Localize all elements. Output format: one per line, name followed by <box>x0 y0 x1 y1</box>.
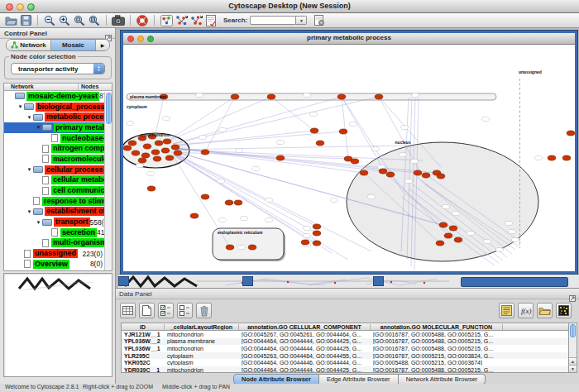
tree-row[interactable]: multi-organism pro42(0) <box>4 238 112 249</box>
scroll-down-arrow[interactable]: ▼ <box>569 365 577 372</box>
tree-row[interactable]: mosaic-demo-yeast874(0) <box>4 91 112 102</box>
table-scrollbar[interactable]: ▲ ▼ <box>568 323 577 373</box>
tree-header[interactable]: Network Nodes <box>4 84 112 91</box>
tree-row-label[interactable]: cellular metabo <box>51 175 109 184</box>
tree-row-label[interactable]: unassigned <box>33 249 78 258</box>
expand-arrow-icon[interactable]: ▼ <box>26 115 33 120</box>
search-input[interactable] <box>250 16 296 25</box>
table-scrollbar-thumb[interactable] <box>570 324 576 337</box>
tab-overflow-button[interactable]: ▶ <box>96 40 109 50</box>
tree-row[interactable]: cell communicat22(0) <box>4 185 112 196</box>
help-icon[interactable] <box>135 14 150 27</box>
background-window-fragment <box>373 276 384 286</box>
tree-column-nodes[interactable]: Nodes <box>79 84 112 90</box>
tree-row[interactable]: ▼metabolic process280(0) <box>4 112 112 122</box>
zoom-fit-icon[interactable] <box>87 14 102 27</box>
tree-row[interactable]: unassigned223(0) <box>4 248 112 259</box>
tree-row-label[interactable]: cellular process <box>45 165 105 174</box>
attribute-table[interactable]: ID_cellularLayoutRegionannotation.GO CEL… <box>121 323 569 373</box>
table-row[interactable]: YPL036W__2plasma membrane[GO:0044464, GO… <box>122 338 568 346</box>
tree-row-label[interactable]: establishment of lo <box>45 207 112 216</box>
tree-row[interactable]: nucleobase-209(0) <box>4 133 112 144</box>
network-window-titlebar[interactable]: primary metabolic process <box>123 33 575 45</box>
tree-row[interactable]: response to stimulu264(0) <box>4 196 112 207</box>
table-header-row[interactable]: ID_cellularLayoutRegionannotation.GO CEL… <box>122 323 568 331</box>
attribute-list-icon[interactable] <box>499 303 514 318</box>
zoom-in-icon[interactable] <box>57 14 72 27</box>
tab-network[interactable]: Network <box>7 40 51 50</box>
layout-b-icon[interactable] <box>189 14 203 27</box>
network-canvas[interactable]: plasma membranecytoplasmmitochondrionnuc… <box>123 45 575 271</box>
expand-arrow-icon[interactable]: ▼ <box>26 209 33 214</box>
tree-row-label[interactable]: cell communicat <box>51 186 112 195</box>
snapshot-icon[interactable] <box>111 14 126 27</box>
tree-row[interactable]: ▼cellular process614(0) <box>4 165 112 175</box>
tree-row-label[interactable]: mosaic-demo-yeast <box>26 92 99 101</box>
table-row[interactable]: YKR052Ccytoplasm[GO:0044464, GO:0044446,… <box>122 359 568 366</box>
select-attributes-icon[interactable] <box>158 303 174 318</box>
delete-attribute-icon[interactable] <box>196 303 212 318</box>
open-icon[interactable] <box>3 14 18 27</box>
zoom-selected-icon[interactable] <box>72 14 87 27</box>
column-header[interactable]: annotation.GO CELLULAR_COMPONENT <box>239 324 371 330</box>
new-attribute-icon[interactable] <box>139 303 155 318</box>
tree-column-network[interactable]: Network <box>4 84 79 90</box>
tree-row-label[interactable]: primary metabo <box>54 123 112 132</box>
unselect-attributes-icon[interactable] <box>177 303 193 318</box>
function-builder-icon[interactable]: f(x) <box>518 303 534 318</box>
annotation-icon[interactable] <box>203 14 218 27</box>
table-row[interactable]: YLR295Ccytoplasm[GO:0045263, GO:0044464,… <box>122 352 568 360</box>
column-header[interactable]: annotation.GO MOLECULAR_FUNCTION <box>371 324 503 330</box>
tree-row-label[interactable]: transport <box>54 218 90 227</box>
table-row[interactable]: YDR039C__1mitochondrion[GO:0044464, GO:0… <box>122 366 568 373</box>
tree-row-label[interactable]: secretion <box>60 228 97 237</box>
column-header[interactable]: ID <box>122 324 165 330</box>
tree-row[interactable]: Overview8(0) <box>4 259 112 270</box>
table-cell: [GO:0044464, GO:0044446, GO:0044444, G..… <box>239 360 371 366</box>
scroll-up-arrow[interactable]: ▲ <box>569 357 577 365</box>
network-graph[interactable]: plasma membranecytoplasmmitochondrionnuc… <box>123 45 575 271</box>
birdseye-view[interactable] <box>3 273 112 377</box>
matrix-icon[interactable] <box>556 303 572 318</box>
tree-row[interactable]: ▼biological_process651(0) <box>4 102 112 112</box>
table-row[interactable]: YJR121W__1mitochondrion[GO:0045267, GO:0… <box>122 331 568 338</box>
expand-arrow-icon[interactable]: ▼ <box>35 125 42 130</box>
network-tree-box: Network Nodes mosaic-demo-yeast874(0)▼bi… <box>3 83 112 271</box>
tree-row[interactable]: nitrogen compo209(0) <box>4 143 112 154</box>
tree-row-label[interactable]: Overview <box>33 260 69 269</box>
tree-row[interactable]: cellular metabo209(0) <box>4 175 112 186</box>
attribute-grid-icon[interactable] <box>120 303 136 318</box>
control-panel-header: Control Panel <box>0 28 115 39</box>
search-options-icon[interactable] <box>312 14 327 27</box>
tree-row-label[interactable]: macromolecule <box>51 155 109 164</box>
tree-row-label[interactable]: multi-organism pro <box>51 238 112 247</box>
table-cell: cytoplasm <box>165 353 239 359</box>
search-dropdown-button[interactable]: ▼ <box>296 16 307 25</box>
tree-scrollbar[interactable] <box>104 92 112 270</box>
network-overview-icon[interactable] <box>159 14 174 27</box>
tree-scrollbar-thumb[interactable] <box>106 93 112 124</box>
expand-arrow-icon[interactable]: ▼ <box>26 167 33 172</box>
tree-row[interactable]: ▼transport558(0) <box>4 217 112 227</box>
zoom-out-icon[interactable] <box>42 14 57 27</box>
tree-row-label[interactable]: metabolic process <box>45 112 112 122</box>
layout-a-icon[interactable] <box>174 14 189 27</box>
tree-row-label[interactable]: nucleobase- <box>60 134 108 143</box>
node-color-select[interactable]: transporter activity ▲▼ <box>11 63 105 74</box>
import-attributes-icon[interactable] <box>537 303 553 318</box>
save-icon[interactable] <box>18 14 33 27</box>
tree-row-label[interactable]: biological_process <box>36 103 107 112</box>
expand-arrow-icon[interactable]: ▼ <box>17 104 24 109</box>
tree-row[interactable]: macromolecule311(0) <box>4 154 112 165</box>
tree-row-label[interactable]: nitrogen compo <box>51 144 111 153</box>
status-message: Welcome to Cytoscape 2.8.1 <box>5 384 79 390</box>
table-cell: mitochondrion <box>165 332 239 337</box>
tree-row[interactable]: ▼establishment of lo558(0) <box>4 207 112 218</box>
tree-row[interactable]: ▼primary metabo209(... <box>4 122 112 133</box>
column-header[interactable]: _cellularLayoutRegion <box>165 324 239 330</box>
tree-row[interactable]: secretion41(0) <box>4 227 112 238</box>
tab-mosaic[interactable]: Mosaic <box>51 40 96 50</box>
tree-row-label[interactable]: response to stimulu <box>42 197 112 206</box>
expand-arrow-icon[interactable]: ▼ <box>35 220 42 225</box>
table-row[interactable]: YPL036W__1mitochondrion[GO:0044464, GO:0… <box>122 345 568 352</box>
